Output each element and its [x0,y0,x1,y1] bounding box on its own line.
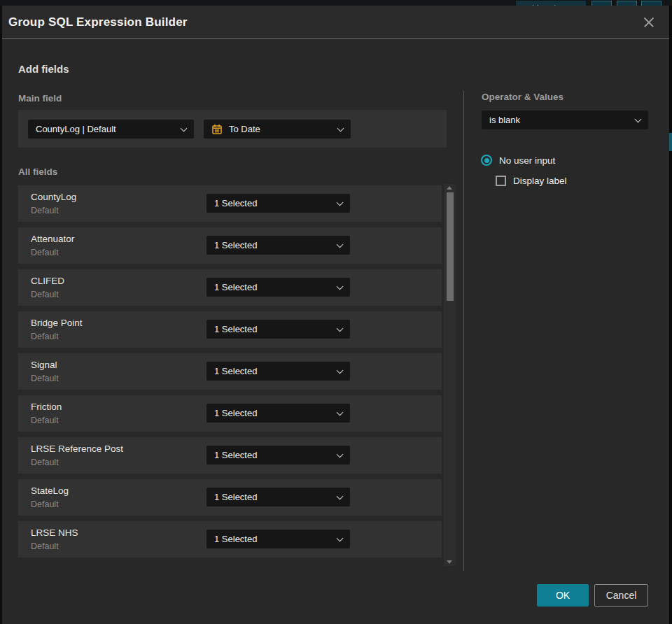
dialog-header: Group SQL Expression Builder [2,6,669,39]
main-field-box: CountyLog | Default To Date [18,110,447,148]
dropdown-value: 1 Selected [214,324,331,334]
field-subtitle: Default [31,290,59,299]
field-selection-dropdown[interactable]: 1 Selected [206,446,350,465]
field-row: Attenuator Default 1 Selected [18,227,442,264]
chevron-down-icon [337,409,344,416]
field-row: CLIFED Default 1 Selected [18,269,442,306]
dropdown-value: 1 Selected [214,282,331,292]
chevron-down-icon [337,451,344,458]
chevron-down-icon [337,125,344,132]
background-toolbar-button[interactable] [617,1,637,6]
field-selection-dropdown[interactable]: 1 Selected [206,278,350,297]
field-row: StateLog Default 1 Selected [18,479,442,516]
main-field-dropdown[interactable]: CountyLog | Default [28,120,194,139]
background-toolbar-button[interactable] [641,1,662,6]
scrollbar-thumb[interactable] [447,192,454,301]
all-fields-label: All fields [18,166,57,177]
chevron-down-icon [181,125,188,132]
field-row: Friction Default 1 Selected [18,395,442,432]
dropdown-value: 1 Selected [214,240,331,250]
section-title: Add fields [18,63,69,75]
scrollbar[interactable] [444,184,456,566]
field-name: LRSE Reference Post [31,444,123,454]
dropdown-value: 1 Selected [214,408,331,418]
field-selection-dropdown[interactable]: 1 Selected [206,320,350,339]
radio-label: No user input [499,155,555,166]
scroll-down-icon[interactable] [447,560,452,564]
calendar-icon [211,124,223,135]
radio-icon [481,155,492,166]
chevron-down-icon [337,367,344,374]
main-field-label: Main field [18,93,62,104]
background-toolbar-button[interactable] [592,1,612,6]
field-subtitle: Default [31,206,59,215]
field-subtitle: Default [31,416,59,425]
operator-values-label: Operator & Values [482,92,564,102]
dropdown-value: is blank [489,115,629,125]
field-selection-dropdown[interactable]: 1 Selected [206,404,350,423]
background-accent-fragment [669,133,672,151]
field-subtitle: Default [31,248,59,257]
background-toolbar: Live view [0,0,672,6]
field-name: LRSE NHS [31,527,78,538]
live-view-button[interactable]: Live view [516,1,586,6]
chevron-down-icon [337,199,344,206]
field-row: CountyLog Default 1 Selected [18,185,442,222]
field-subtitle: Default [31,458,59,467]
chevron-down-icon [635,115,642,122]
panel-divider [463,91,464,571]
field-name: Bridge Point [31,318,83,328]
field-row: Bridge Point Default 1 Selected [18,311,442,348]
dialog-title: Group SQL Expression Builder [8,15,188,29]
chevron-down-icon [337,325,344,332]
field-name: CountyLog [31,192,76,202]
field-selection-dropdown[interactable]: 1 Selected [206,236,350,255]
date-field-dropdown[interactable]: To Date [204,120,351,139]
dropdown-value: 1 Selected [214,366,331,376]
no-user-input-radio[interactable]: No user input [481,155,555,166]
field-subtitle: Default [31,374,59,383]
cancel-button[interactable]: Cancel [594,584,648,607]
field-name: Attenuator [31,234,74,244]
field-selection-dropdown[interactable]: 1 Selected [206,530,350,548]
field-subtitle: Default [31,541,59,551]
chevron-down-icon [337,241,344,248]
field-name: Signal [31,360,57,370]
dropdown-value: 1 Selected [214,492,331,502]
chevron-down-icon [337,283,344,290]
dropdown-value: To Date [229,124,332,134]
field-subtitle: Default [31,499,59,509]
field-selection-dropdown[interactable]: 1 Selected [206,362,350,381]
all-fields-list: CountyLog Default 1 Selected Attenuator … [18,185,442,558]
checkbox-icon [496,176,506,186]
operator-dropdown[interactable]: is blank [482,111,648,129]
checkbox-label: Display label [513,176,567,186]
dropdown-value: CountyLog | Default [36,124,175,134]
field-row: LRSE Reference Post Default 1 Selected [18,437,442,474]
field-subtitle: Default [31,332,59,341]
dropdown-value: 1 Selected [214,450,331,460]
field-row: Signal Default 1 Selected [18,353,442,390]
field-name: Friction [31,402,62,412]
dropdown-value: 1 Selected [214,198,331,208]
field-selection-dropdown[interactable]: 1 Selected [206,488,350,506]
screen: Live view Group SQL Expression Builder A… [0,0,672,624]
chevron-down-icon [337,492,344,499]
display-label-checkbox[interactable]: Display label [496,176,567,186]
field-name: CLIFED [31,276,64,286]
field-row: LRSE NHS Default 1 Selected [18,521,442,558]
ok-button[interactable]: OK [537,584,589,607]
dropdown-value: 1 Selected [214,534,331,544]
scroll-up-icon[interactable] [447,186,452,190]
background-right-edge [669,6,672,624]
field-name: StateLog [31,485,69,496]
close-icon[interactable] [641,15,657,30]
field-selection-dropdown[interactable]: 1 Selected [206,194,350,213]
chevron-down-icon [337,534,344,541]
group-sql-expression-builder-dialog: Group SQL Expression Builder Add fields … [2,6,669,624]
